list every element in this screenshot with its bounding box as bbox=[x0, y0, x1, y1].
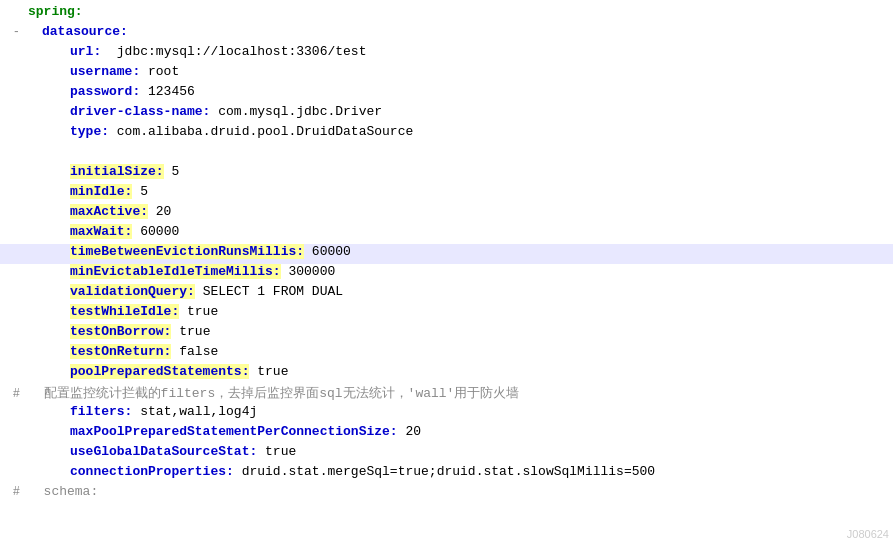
code-line: driver-class-name: com.mysql.jdbc.Driver bbox=[0, 104, 893, 124]
highlighted-key: testOnReturn: bbox=[70, 344, 171, 359]
line-gutter: # bbox=[0, 387, 28, 401]
line-content: url: jdbc:mysql://localhost:3306/test bbox=[28, 44, 893, 59]
line-content: minEvictableIdleTimeMillis: 300000 bbox=[28, 264, 893, 279]
code-line: password: 123456 bbox=[0, 84, 893, 104]
code-line: type: com.alibaba.druid.pool.DruidDataSo… bbox=[0, 124, 893, 144]
property-key: username: bbox=[70, 64, 140, 79]
highlighted-key: testWhileIdle: bbox=[70, 304, 179, 319]
code-line: maxPoolPreparedStatementPerConnectionSiz… bbox=[0, 424, 893, 444]
property-key: filters: bbox=[70, 404, 132, 419]
highlighted-key: validationQuery: bbox=[70, 284, 195, 299]
code-line: maxActive: 20 bbox=[0, 204, 893, 224]
line-content: username: root bbox=[28, 64, 893, 79]
code-line: maxWait: 60000 bbox=[0, 224, 893, 244]
code-line: # schema: bbox=[0, 484, 893, 504]
highlighted-key: minIdle: bbox=[70, 184, 132, 199]
code-line: url: jdbc:mysql://localhost:3306/test bbox=[0, 44, 893, 64]
property-value: true bbox=[257, 444, 296, 459]
line-content: password: 123456 bbox=[28, 84, 893, 99]
property-value: com.mysql.jdbc.Driver bbox=[210, 104, 382, 119]
code-line: useGlobalDataSourceStat: true bbox=[0, 444, 893, 464]
line-content: initialSize: 5 bbox=[28, 164, 893, 179]
property-value: true bbox=[179, 304, 218, 319]
line-content: spring: bbox=[28, 4, 893, 19]
line-content: datasource: bbox=[28, 24, 893, 39]
highlighted-key: minEvictableIdleTimeMillis: bbox=[70, 264, 281, 279]
highlighted-key: testOnBorrow: bbox=[70, 324, 171, 339]
line-content: type: com.alibaba.druid.pool.DruidDataSo… bbox=[28, 124, 893, 139]
code-line: timeBetweenEvictionRunsMillis: 60000 bbox=[0, 244, 893, 264]
line-gutter: # bbox=[0, 485, 28, 499]
top-key: spring: bbox=[28, 4, 83, 19]
property-key: password: bbox=[70, 84, 140, 99]
code-line: connectionProperties: druid.stat.mergeSq… bbox=[0, 464, 893, 484]
property-value: stat,wall,log4j bbox=[132, 404, 257, 419]
line-content: validationQuery: SELECT 1 FROM DUAL bbox=[28, 284, 893, 299]
property-value: 20 bbox=[148, 204, 171, 219]
comment-text: schema: bbox=[28, 484, 98, 499]
property-value: 5 bbox=[164, 164, 180, 179]
property-value: 123456 bbox=[140, 84, 195, 99]
highlighted-key: maxWait: bbox=[70, 224, 132, 239]
line-content: maxActive: 20 bbox=[28, 204, 893, 219]
code-line: testOnReturn: false bbox=[0, 344, 893, 364]
property-value: false bbox=[171, 344, 218, 359]
line-content: testWhileIdle: true bbox=[28, 304, 893, 319]
property-value: true bbox=[171, 324, 210, 339]
property-value: true bbox=[249, 364, 288, 379]
line-content: useGlobalDataSourceStat: true bbox=[28, 444, 893, 459]
property-value: 60000 bbox=[132, 224, 179, 239]
code-line: # 配置监控统计拦截的filters，去掉后监控界面sql无法统计，'wall'… bbox=[0, 384, 893, 404]
property-key: useGlobalDataSourceStat: bbox=[70, 444, 257, 459]
line-content: 配置监控统计拦截的filters，去掉后监控界面sql无法统计，'wall'用于… bbox=[28, 384, 893, 402]
code-line: initialSize: 5 bbox=[0, 164, 893, 184]
code-line: testOnBorrow: true bbox=[0, 324, 893, 344]
line-content: maxPoolPreparedStatementPerConnectionSiz… bbox=[28, 424, 893, 439]
code-line: validationQuery: SELECT 1 FROM DUAL bbox=[0, 284, 893, 304]
line-content: poolPreparedStatements: true bbox=[28, 364, 893, 379]
property-value: 300000 bbox=[281, 264, 336, 279]
code-line bbox=[0, 144, 893, 164]
line-content: maxWait: 60000 bbox=[28, 224, 893, 239]
code-line: poolPreparedStatements: true bbox=[0, 364, 893, 384]
code-line: filters: stat,wall,log4j bbox=[0, 404, 893, 424]
code-line: spring: bbox=[0, 4, 893, 24]
property-key: connectionProperties: bbox=[70, 464, 234, 479]
property-value: druid.stat.mergeSql=true;druid.stat.slow… bbox=[234, 464, 655, 479]
highlighted-key: timeBetweenEvictionRunsMillis: bbox=[70, 244, 304, 259]
property-value: 5 bbox=[132, 184, 148, 199]
line-content: timeBetweenEvictionRunsMillis: 60000 bbox=[28, 244, 893, 259]
line-content: schema: bbox=[28, 484, 893, 499]
property-value: 20 bbox=[398, 424, 421, 439]
property-value: com.alibaba.druid.pool.DruidDataSource bbox=[109, 124, 413, 139]
highlighted-key: maxActive: bbox=[70, 204, 148, 219]
property-value: root bbox=[140, 64, 179, 79]
line-content: driver-class-name: com.mysql.jdbc.Driver bbox=[28, 104, 893, 119]
property-key: driver-class-name: bbox=[70, 104, 210, 119]
property-key: datasource: bbox=[42, 24, 128, 39]
code-line: -datasource: bbox=[0, 24, 893, 44]
line-content: filters: stat,wall,log4j bbox=[28, 404, 893, 419]
property-key: type: bbox=[70, 124, 109, 139]
property-key: url: bbox=[70, 44, 101, 59]
line-content: testOnBorrow: true bbox=[28, 324, 893, 339]
code-line: minEvictableIdleTimeMillis: 300000 bbox=[0, 264, 893, 284]
line-content: minIdle: 5 bbox=[28, 184, 893, 199]
highlighted-key: poolPreparedStatements: bbox=[70, 364, 249, 379]
line-content: testOnReturn: false bbox=[28, 344, 893, 359]
property-value: jdbc:mysql://localhost:3306/test bbox=[101, 44, 366, 59]
property-value: 60000 bbox=[304, 244, 351, 259]
highlighted-key: initialSize: bbox=[70, 164, 164, 179]
code-container: spring:-datasource:url: jdbc:mysql://loc… bbox=[0, 0, 893, 544]
property-key: maxPoolPreparedStatementPerConnectionSiz… bbox=[70, 424, 398, 439]
code-line: minIdle: 5 bbox=[0, 184, 893, 204]
line-gutter: - bbox=[0, 25, 28, 39]
comment-text: 配置监控统计拦截的filters，去掉后监控界面sql无法统计，'wall'用于… bbox=[28, 386, 519, 401]
code-line: testWhileIdle: true bbox=[0, 304, 893, 324]
watermark: J080624 bbox=[847, 528, 889, 540]
line-content: connectionProperties: druid.stat.mergeSq… bbox=[28, 464, 893, 479]
code-line: username: root bbox=[0, 64, 893, 84]
property-value: SELECT 1 FROM DUAL bbox=[195, 284, 343, 299]
